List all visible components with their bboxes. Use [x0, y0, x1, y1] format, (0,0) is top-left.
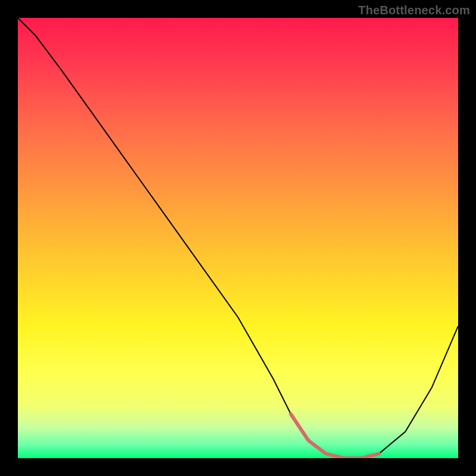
watermark-text: TheBottleneck.com: [358, 4, 470, 17]
plot-area: [18, 18, 458, 458]
chart-frame: TheBottleneck.com: [0, 0, 476, 476]
heat-gradient-background: [18, 18, 458, 458]
